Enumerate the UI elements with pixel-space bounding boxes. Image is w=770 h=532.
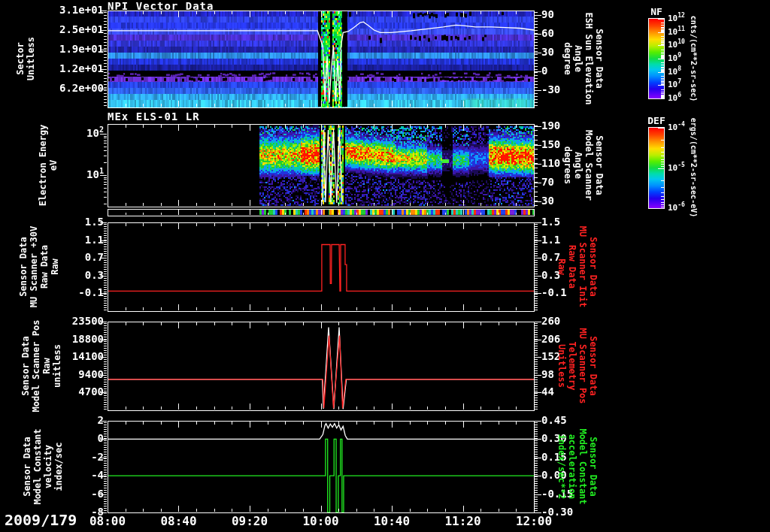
p1-left-tick-1: 2.5e+01 xyxy=(41,23,104,35)
x-axis-tick-label-1: 08:40 xyxy=(153,514,205,528)
p3-right-axis-title: Sensor DataMU Scanner InitRaw DataRaw xyxy=(556,226,599,307)
p1-right-axis-title: Sensor DataESH Sun ElevationAngledegree xyxy=(562,13,605,105)
axis-title-line: Unitless xyxy=(556,328,567,404)
axis-title-line: Sensor Data xyxy=(594,13,605,105)
axis-title-line: Sensor Data xyxy=(18,226,29,307)
colorbar-def-tick-1: 10-5 xyxy=(668,163,685,173)
colorbar-nf-tick-5: 107 xyxy=(668,80,681,89)
axis-title-line: Sensor Data xyxy=(594,130,605,201)
plot-canvas xyxy=(0,0,770,532)
axis-title-line: Model Constant xyxy=(32,428,43,504)
axis-title-line: Unitless xyxy=(26,37,36,80)
colorbar-def-unit-label: ergs/(cm**2-sr-sec-eV) xyxy=(688,118,699,217)
axis-title-line: Model Scanner Pos xyxy=(31,320,41,413)
p3-left-axis-title: Sensor DataMU Scanner +30VRaw DataRaw xyxy=(18,226,60,307)
axis-title-line: Raw Data xyxy=(39,226,50,307)
axis-title-line: Raw xyxy=(556,226,567,307)
p2-right-axis-title: Sensor DataModel ScannerAngledegrees xyxy=(562,130,605,201)
axis-title-line: Raw Data xyxy=(567,226,578,307)
axis-title-line: MU Scanner Init xyxy=(578,226,588,307)
p1-left-tick-0: 3.1e+01 xyxy=(41,4,104,16)
axis-title-line: Raw xyxy=(50,226,60,307)
colorbar-def-title: DEF xyxy=(644,115,669,126)
axis-title-line: Sector xyxy=(15,37,26,80)
x-axis-tick-label-3: 10:00 xyxy=(296,514,347,528)
axis-title-line: degree xyxy=(562,13,573,105)
colorbar-nf-tick-4: 108 xyxy=(668,67,681,77)
axis-title-line: velocity xyxy=(43,428,53,504)
p5-left-tick-0: 2 xyxy=(41,414,104,426)
axis-title-line: index/sec**2 xyxy=(556,428,567,504)
p4-right-axis-title: Sensor DataMU Scanner PosTelemetryUnitle… xyxy=(556,328,599,404)
axis-title-line: Model Constant xyxy=(578,428,588,504)
axis-title-line: MU Scanner +30V xyxy=(29,226,39,307)
axis-title-line: Angle xyxy=(573,130,584,201)
axis-title-line: Electron Energy xyxy=(38,125,48,206)
p1-left-axis-title: SectorUnitless xyxy=(15,37,36,80)
axis-title-line: ESH Sun Elevation xyxy=(584,13,594,105)
axis-title-line: unitless xyxy=(52,320,62,413)
colorbar-nf-unit-label: cnts/(cm**2-sr-sec) xyxy=(688,16,699,101)
p4-left-axis-title: Sensor DataModel Scanner PosRawunitless xyxy=(20,320,62,413)
axis-title-line: Sensor Data xyxy=(22,428,32,504)
axis-title-line: Sensor Data xyxy=(588,328,599,404)
colorbar-nf-tick-2: 1010 xyxy=(668,40,685,50)
axis-title-line: Raw xyxy=(41,320,52,413)
p5-left-axis-title: Sensor DataModel Constantvelocityindex/s… xyxy=(22,428,64,504)
axis-title-line: index/sec xyxy=(53,428,64,504)
axis-title-line: Sensor Data xyxy=(588,226,599,307)
axis-title-line: Sensor Data xyxy=(20,320,31,413)
axis-title-line: Model Scanner xyxy=(584,130,594,201)
colorbar-nf-tick-3: 109 xyxy=(668,53,681,63)
colorbar-def-tick-2: 10-6 xyxy=(668,203,685,213)
axis-title-line: Sensor Data xyxy=(588,428,599,504)
axis-title-line: acceleration xyxy=(567,428,578,504)
p5-right-tick-0: 0.45 xyxy=(541,414,587,426)
colorbar-def-tick-0: 10-4 xyxy=(668,122,685,132)
panel1-title: NPI Vector Data xyxy=(108,0,214,12)
p2-left-axis-title: Electron EnergyeV xyxy=(38,125,59,206)
colorbar-nf-tick-1: 1011 xyxy=(668,27,685,37)
colorbar-nf-title: NF xyxy=(644,6,669,17)
axis-title-line: degrees xyxy=(562,130,573,201)
p5-right-axis-title: Sensor DataModel Constantaccelerationind… xyxy=(556,428,599,504)
p4-right-tick-0: 260 xyxy=(541,315,587,327)
colorbar-nf-tick-0: 1012 xyxy=(668,14,685,23)
multi-panel-plot-page: NPI Vector Data MEx ELS-01 LR 2009/179 N… xyxy=(0,0,770,532)
p1-left-tick-2: 1.9e+01 xyxy=(41,43,104,55)
x-axis-tick-label-6: 12:00 xyxy=(508,514,559,528)
axis-title-line: eV xyxy=(48,125,59,206)
colorbar-nf-tick-6: 106 xyxy=(668,93,681,103)
axis-title-line: Angle xyxy=(573,13,584,105)
panel2-title: MEx ELS-01 LR xyxy=(108,110,200,122)
x-axis-tick-label-4: 10:40 xyxy=(366,514,417,528)
p1-left-tick-4: 6.2e+00 xyxy=(41,82,104,94)
axis-title-line: MU Scanner Pos xyxy=(578,328,588,404)
axis-title-line: Telemetry xyxy=(567,328,578,404)
p1-left-tick-3: 1.2e+01 xyxy=(41,62,104,74)
x-axis-tick-label-0: 08:00 xyxy=(82,514,133,528)
x-axis-tick-label-5: 11:20 xyxy=(438,514,489,528)
x-axis-tick-label-2: 09:20 xyxy=(224,514,275,528)
